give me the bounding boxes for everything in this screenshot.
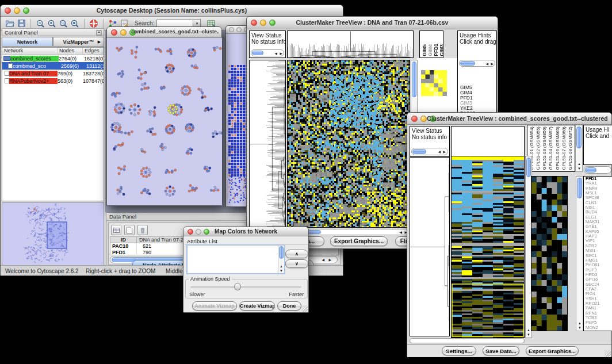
heatmap-canvas[interactable] <box>288 60 410 227</box>
scroll-up-icon[interactable]: ▲ <box>527 328 530 332</box>
scrollbar-thumb[interactable] <box>412 149 426 154</box>
speed-slider-thumb[interactable] <box>234 283 241 290</box>
title-bar[interactable]: combined_scores_good.txt--cluste... <box>107 27 221 38</box>
column-dendrogram-canvas[interactable] <box>288 31 413 58</box>
labels-vscrollbar[interactable]: ▲ ▼ <box>575 125 583 172</box>
column-label[interactable]: GPL51-08 (GSM872) <box>568 127 573 170</box>
scroll-down-icon[interactable]: ▼ <box>280 269 283 273</box>
col-nodes[interactable]: Nodes <box>58 48 83 54</box>
gene-item[interactable]: MON2 <box>584 325 612 330</box>
network-overview-canvas[interactable] <box>2 203 104 265</box>
scrollbar-thumb[interactable] <box>526 158 531 177</box>
control-panel-tab[interactable]: Network <box>2 37 53 47</box>
open-session-button[interactable] <box>4 18 16 29</box>
view-status-scrollbar[interactable]: ◀ ▶ <box>411 148 448 155</box>
column-label[interactable]: GIM4 <box>427 44 433 56</box>
float-panel-icon[interactable] <box>96 30 102 36</box>
done-button[interactable]: Done <box>277 301 301 311</box>
column-label[interactable]: GPL51-07 (GSM868) <box>561 127 567 170</box>
save-data-button[interactable]: Save Data... <box>483 346 519 355</box>
scroll-left-icon[interactable]: ◀ <box>399 231 402 234</box>
scroll-left-icon[interactable]: ◀ <box>438 150 441 154</box>
network-list-row[interactable]: DNA and Tran 07 769(0) 183728(0) <box>2 70 104 77</box>
title-bar[interactable]: ClusterMaker TreeView : combined_scores_… <box>407 113 611 125</box>
new-page-icon[interactable] <box>124 225 135 235</box>
scrollbar-thumb[interactable] <box>279 246 284 259</box>
close-button[interactable] <box>188 229 193 235</box>
scroll-down-icon[interactable]: ▼ <box>577 167 581 170</box>
create-vizmap-button[interactable]: Create Vizmap <box>239 301 275 311</box>
scrollbar-thumb[interactable] <box>585 167 596 173</box>
scroll-left-icon[interactable]: ◀ <box>274 52 277 55</box>
attribute-list-scrollbar[interactable]: ▲ ▼ <box>278 246 284 273</box>
title-bar[interactable]: ClusterMaker TreeView : DNA and Tran 07-… <box>247 17 498 29</box>
animate-vizmap-button[interactable]: Animate Vizmap <box>192 301 237 311</box>
scrollbar-thumb[interactable] <box>412 62 416 97</box>
view-status-scrollbar[interactable]: ◀ ▶ <box>251 49 284 56</box>
network-canvas[interactable] <box>108 38 222 205</box>
attribute-list[interactable] <box>186 244 285 274</box>
heatmap-canvas[interactable] <box>452 156 524 338</box>
column-label[interactable]: GPL51-06 (GSM865) <box>555 127 560 170</box>
zoom-in-icon[interactable] <box>46 18 58 29</box>
tab-overflow-button[interactable]: ▶ <box>95 37 104 47</box>
zoom-heatmap-canvas[interactable] <box>531 177 567 331</box>
scroll-up-icon[interactable]: ▲ <box>578 321 582 325</box>
export-graphics-button[interactable]: Export Graphics... <box>330 236 388 246</box>
speed-slider-track[interactable] <box>190 286 301 288</box>
column-label[interactable]: GIM3 <box>439 44 443 56</box>
zoom-vscrollbar[interactable]: ▲ ▼ <box>576 176 583 331</box>
scroll-up-icon[interactable]: ▲ <box>280 265 283 268</box>
scroll-left-icon[interactable]: ◀ <box>322 258 324 262</box>
minimize-button[interactable] <box>236 27 242 32</box>
move-up-button[interactable]: ∧ <box>285 250 308 258</box>
scroll-down-icon[interactable]: ▼ <box>578 326 582 329</box>
network-view-back-canvas[interactable] <box>228 63 248 212</box>
usage-hints-scrollbar[interactable]: ◀ ▶ <box>459 60 495 67</box>
row-dendrogram-canvas[interactable] <box>250 60 285 227</box>
scroll-right-icon[interactable]: ▶ <box>491 62 494 66</box>
column-label[interactable]: GPL51-03 (GSM856) <box>542 127 547 170</box>
help-icon[interactable] <box>88 18 100 29</box>
network-list-row[interactable]: combined_scores 2764(0) 16218(0) <box>2 55 104 62</box>
col-edges[interactable]: Edges <box>83 48 104 54</box>
column-label[interactable]: GIM5 <box>422 44 427 56</box>
close-button[interactable] <box>251 20 257 26</box>
resize-grip[interactable] <box>301 305 308 312</box>
resize-grip[interactable] <box>605 350 611 357</box>
close-button[interactable] <box>5 7 11 14</box>
scroll-right-icon[interactable]: ▶ <box>328 258 331 262</box>
zoom-out-icon[interactable] <box>35 18 46 29</box>
col-network[interactable]: Network <box>2 48 58 54</box>
zoom-selected-icon[interactable] <box>58 18 69 29</box>
network-list-row[interactable]: RNAPuberNov2+ 563(0) 107847(0) <box>2 77 104 85</box>
trash-icon[interactable] <box>137 225 148 235</box>
column-label[interactable]: PFD1 <box>433 44 439 56</box>
scrollbar-thumb[interactable] <box>460 61 475 66</box>
close-button[interactable] <box>111 29 117 36</box>
settings-button[interactable]: Settings... <box>442 346 476 355</box>
bottom-hscrollbar[interactable] <box>410 338 525 343</box>
scrollbar-thumb[interactable] <box>577 178 582 198</box>
scroll-down-icon[interactable]: ▼ <box>527 333 530 336</box>
network-list-row[interactable]: combined_sco 2569(6) 13112(15) <box>2 62 104 70</box>
move-down-button[interactable]: ∨ <box>285 259 308 268</box>
export-graphics-button[interactable]: Export Graphics... <box>526 346 579 355</box>
scroll-right-icon[interactable]: ▶ <box>443 150 446 154</box>
close-button[interactable] <box>229 27 234 32</box>
correlation-matrix-canvas[interactable] <box>421 70 447 96</box>
column-label[interactable]: GPL51-02 (GSM855) <box>536 127 541 170</box>
scroll-left-icon[interactable]: ◀ <box>485 62 488 66</box>
title-bar[interactable]: Map Colors to Network <box>183 227 308 236</box>
column-label[interactable]: GPL51-04 (GSM857) <box>548 127 553 170</box>
minimize-button[interactable] <box>120 29 127 36</box>
row-dendrogram-canvas[interactable] <box>410 158 449 336</box>
scroll-up-icon[interactable]: ▲ <box>577 162 581 166</box>
title-bar[interactable]: Cytoscape Desktop (Session Name: collins… <box>1 5 343 17</box>
scrollbar-thumb[interactable] <box>576 127 582 148</box>
table-icon[interactable] <box>111 225 121 235</box>
scrollbar-thumb[interactable] <box>252 51 263 55</box>
close-button[interactable] <box>411 116 418 122</box>
zoom-fit-icon[interactable] <box>69 18 81 29</box>
save-session-button[interactable] <box>16 18 27 29</box>
